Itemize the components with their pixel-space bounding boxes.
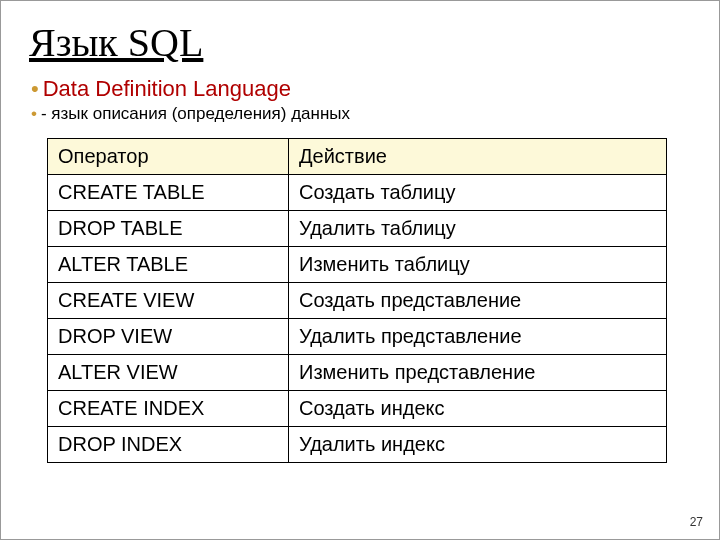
table-row: CREATE INDEX Создать индекс xyxy=(48,391,667,427)
subtitle-sub: •- язык описания (определения) данных xyxy=(31,104,691,124)
cell-action: Удалить индекс xyxy=(289,427,667,463)
table-row: DROP VIEW Удалить представление xyxy=(48,319,667,355)
table-row: DROP TABLE Удалить таблицу xyxy=(48,211,667,247)
table-row: CREATE VIEW Создать представление xyxy=(48,283,667,319)
subtitle-main: •Data Definition Language xyxy=(31,76,691,102)
cell-action: Изменить таблицу xyxy=(289,247,667,283)
table-row: ALTER TABLE Изменить таблицу xyxy=(48,247,667,283)
bullet-icon: • xyxy=(31,76,39,101)
cell-operator: CREATE VIEW xyxy=(48,283,289,319)
cell-operator: DROP INDEX xyxy=(48,427,289,463)
bullet-icon: • xyxy=(31,104,37,123)
subtitle-main-text: Data Definition Language xyxy=(43,76,291,101)
cell-operator: ALTER TABLE xyxy=(48,247,289,283)
table-row: CREATE TABLE Создать таблицу xyxy=(48,175,667,211)
slide-title: Язык SQL xyxy=(29,19,691,66)
table-row: DROP INDEX Удалить индекс xyxy=(48,427,667,463)
cell-action: Изменить представление xyxy=(289,355,667,391)
header-operator: Оператор xyxy=(48,139,289,175)
cell-operator: ALTER VIEW xyxy=(48,355,289,391)
cell-action: Создать индекс xyxy=(289,391,667,427)
header-action: Действие xyxy=(289,139,667,175)
page-number: 27 xyxy=(690,515,703,529)
cell-operator: DROP TABLE xyxy=(48,211,289,247)
cell-action: Создать таблицу xyxy=(289,175,667,211)
cell-operator: CREATE INDEX xyxy=(48,391,289,427)
table-row: ALTER VIEW Изменить представление xyxy=(48,355,667,391)
cell-operator: CREATE TABLE xyxy=(48,175,289,211)
cell-operator: DROP VIEW xyxy=(48,319,289,355)
cell-action: Создать представление xyxy=(289,283,667,319)
sql-operators-table: Оператор Действие CREATE TABLE Создать т… xyxy=(47,138,667,463)
subtitle-sub-text: - язык описания (определения) данных xyxy=(41,104,350,123)
table-header-row: Оператор Действие xyxy=(48,139,667,175)
cell-action: Удалить представление xyxy=(289,319,667,355)
cell-action: Удалить таблицу xyxy=(289,211,667,247)
